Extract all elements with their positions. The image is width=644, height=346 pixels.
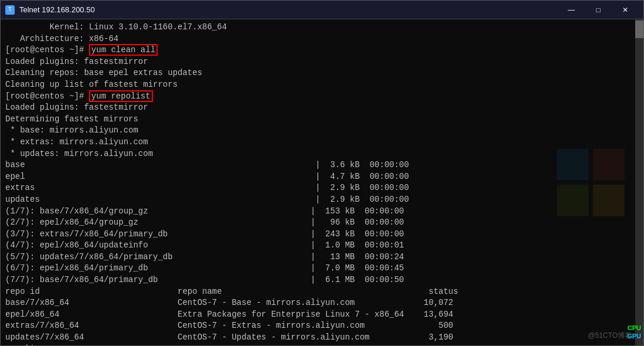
terminal-line: (7/7): base/7/x86_64/primary_db | 6.1 MB… (5, 274, 639, 286)
close-button[interactable]: ✕ (612, 1, 639, 19)
terminal-line: Architecture: x86-64 (5, 33, 639, 45)
terminal-line: base | 3.6 kB 00:00:00 (5, 160, 639, 171)
terminal-window: T Telnet 192.168.200.50 — □ ✕ Kernel: Li… (0, 0, 644, 346)
terminal-line: Determining fastest mirrors (5, 114, 639, 125)
svg-rect-0 (557, 148, 588, 180)
terminal-line: (1/7): base/7/x86_64/group_gz | 153 kB 0… (5, 206, 639, 218)
scrollbar-thumb[interactable] (635, 21, 643, 38)
terminal-line: (4/7): epel/x86_64/updateinfo | 1.0 MB 0… (5, 240, 639, 252)
terminal-line-prompt1: [root@centos ~]# yum clean all (5, 45, 639, 56)
terminal-line: (5/7): updates/7/x86_64/primary_db | 13 … (5, 252, 639, 263)
terminal-line: * extras: mirrors.aliyun.com (5, 137, 639, 148)
terminal-line: epel/x86_64 Extra Packages for Enterpris… (5, 309, 639, 321)
terminal-line: Cleaning repos: base epel extras updates (5, 67, 639, 79)
terminal-line: epel | 4.7 kB 00:00:00 (5, 171, 639, 183)
terminal-line: base/7/x86_64 CentOS-7 - Base - mirrors.… (5, 297, 639, 309)
terminal-icon: T (5, 5, 15, 15)
window-title: Telnet 192.168.200.50 (19, 5, 95, 14)
terminal-line: repo id repo name status (5, 286, 639, 298)
watermark-text: @51CTO博客 (588, 331, 632, 341)
title-bar: T Telnet 192.168.200.50 — □ ✕ (1, 1, 643, 19)
title-bar-left: T Telnet 192.168.200.50 (5, 5, 95, 15)
maximize-button[interactable]: □ (585, 1, 612, 19)
terminal-line: * base: mirrors.aliyun.com (5, 125, 639, 137)
window-controls: — □ ✕ (558, 1, 639, 19)
minimize-button[interactable]: — (558, 1, 585, 19)
terminal-line: Kernel: Linux 3.10.0-1160.el7.x86_64 (5, 22, 639, 33)
command-highlight-2: yum repolist (89, 90, 153, 102)
terminal-line: Loaded plugins: fastestmirror (5, 102, 639, 114)
terminal-output[interactable]: Kernel: Linux 3.10.0-1160.el7.x86_64 Arc… (1, 19, 643, 345)
terminal-line: Loaded plugins: fastestmirror (5, 56, 639, 68)
terminal-line: extras | 2.9 kB 00:00:00 (5, 182, 639, 194)
command-highlight-1: yum clean all (89, 44, 158, 56)
terminal-line: (6/7): epel/x86_64/primary_db | 7.0 MB 0… (5, 263, 639, 274)
svg-rect-3 (593, 185, 625, 216)
svg-rect-1 (593, 148, 625, 180)
terminal-line: repolist: 27,456 (5, 344, 639, 345)
scrollbar[interactable] (635, 19, 643, 345)
watermark-gpu: GPU (627, 332, 641, 341)
terminal-line: extras/7/x86_64 CentOS-7 - Extras - mirr… (5, 320, 639, 332)
terminal-line-prompt2: [root@centos ~]# yum repolist (5, 91, 639, 103)
terminal-line: (3/7): extras/7/x86_64/primary_db | 243 … (5, 229, 639, 240)
terminal-line: (2/7): epel/x86_64/group_gz | 96 kB 00:0… (5, 217, 639, 229)
terminal-line: Cleaning up list of fastest mirrors (5, 79, 639, 91)
terminal-line: updates/7/x86_64 CentOS-7 - Updates - mi… (5, 332, 639, 344)
windows-logo (556, 147, 626, 218)
terminal-line: * updates: mirrors.aliyun.com (5, 148, 639, 160)
svg-rect-2 (557, 185, 588, 216)
terminal-line: updates | 2.9 kB 00:00:00 (5, 194, 639, 206)
